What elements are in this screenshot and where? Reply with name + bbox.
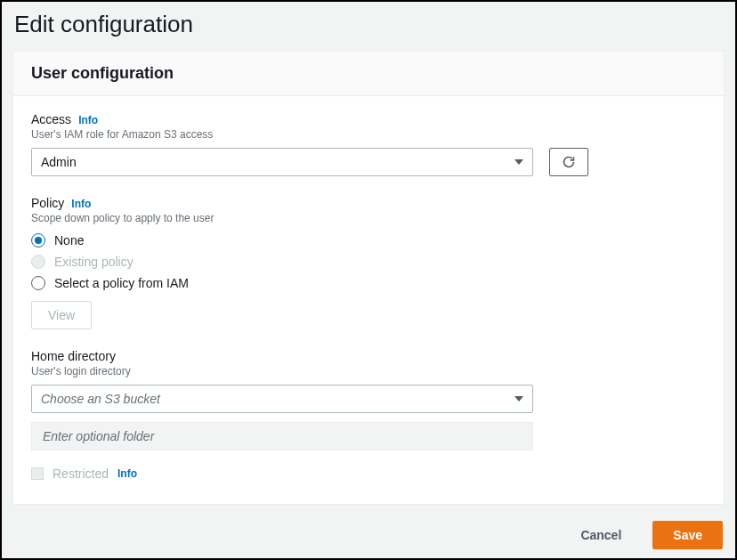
policy-option-existing: Existing policy [31, 251, 706, 272]
home-folder-input[interactable] [31, 422, 533, 450]
refresh-icon [562, 155, 576, 169]
restricted-row: Restricted Info [31, 467, 706, 481]
chevron-down-icon [514, 159, 523, 165]
policy-label-row: Policy Info [31, 196, 706, 210]
chevron-down-icon [514, 396, 523, 402]
access-section: Access Info User's IAM role for Amazon S… [31, 112, 706, 176]
restricted-checkbox [31, 467, 44, 480]
home-bucket-select[interactable]: Choose an S3 bucket [31, 385, 533, 413]
policy-radio-group: None Existing policy Select a policy fro… [31, 230, 706, 294]
access-role-value: Admin [41, 155, 77, 169]
refresh-button[interactable] [549, 148, 588, 176]
dialog-footer: Cancel Save [12, 521, 725, 549]
restricted-label: Restricted [53, 467, 109, 481]
view-policy-button: View [31, 301, 92, 329]
access-role-select[interactable]: Admin [31, 148, 533, 176]
home-bucket-placeholder: Choose an S3 bucket [41, 392, 160, 406]
policy-description: Scope down policy to apply to the user [31, 212, 706, 224]
panel-header: User configuration [13, 52, 724, 96]
access-label-row: Access Info [31, 112, 706, 126]
save-button[interactable]: Save [652, 521, 723, 549]
policy-section: Policy Info Scope down policy to apply t… [31, 196, 706, 329]
page-title: Edit configuration [14, 11, 725, 38]
edit-configuration-dialog: Edit configuration User configuration Ac… [0, 0, 737, 560]
access-label: Access [31, 112, 71, 126]
radio-icon [31, 233, 45, 248]
restricted-info-link[interactable]: Info [117, 467, 137, 480]
radio-icon [31, 276, 45, 290]
policy-option-none-label: None [54, 233, 84, 248]
policy-option-iam[interactable]: Select a policy from IAM [31, 272, 706, 294]
policy-option-none[interactable]: None [31, 230, 706, 251]
user-configuration-panel: User configuration Access Info User's IA… [12, 51, 725, 505]
policy-option-iam-label: Select a policy from IAM [54, 276, 189, 290]
panel-body: Access Info User's IAM role for Amazon S… [13, 96, 724, 504]
home-directory-section: Home directory User's login directory Ch… [31, 349, 706, 481]
cancel-button[interactable]: Cancel [563, 521, 638, 549]
access-info-link[interactable]: Info [78, 114, 98, 126]
policy-info-link[interactable]: Info [71, 198, 91, 210]
radio-icon [31, 255, 45, 269]
policy-label: Policy [31, 196, 64, 210]
access-description: User's IAM role for Amazon S3 access [31, 128, 706, 141]
home-directory-description: User's login directory [31, 365, 706, 377]
policy-option-existing-label: Existing policy [54, 255, 134, 269]
home-directory-label: Home directory [31, 349, 706, 363]
